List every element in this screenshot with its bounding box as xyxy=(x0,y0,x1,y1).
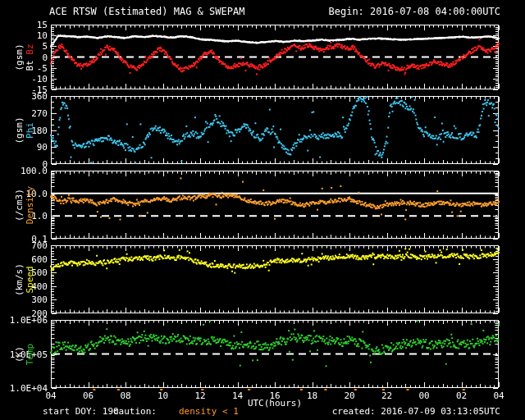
panel-y-axis-title: (km/s)Speed xyxy=(7,245,42,313)
footer-caution-value: density < 1 xyxy=(179,407,239,417)
x-tick-label: 22 xyxy=(375,391,399,400)
x-tick-label: 04 xyxy=(486,391,511,400)
footer-created-timestamp: created: 2016-07-09 03:13:05UTC xyxy=(332,407,500,417)
x-tick-label: 12 xyxy=(188,391,212,400)
panel-ylabel-name: Phi xyxy=(25,96,35,164)
panel-ylabel-unit: (gsm) xyxy=(14,96,25,164)
x-tick-label: 02 xyxy=(450,391,474,400)
x-tick-label: 20 xyxy=(337,391,362,400)
footer-caution-label: caution: xyxy=(113,407,157,417)
x-tick-label: 18 xyxy=(300,391,325,400)
panel-ylabel-unit: (km/s) xyxy=(14,245,25,313)
x-tick-label: 06 xyxy=(76,391,101,400)
x-tick-label: 10 xyxy=(151,391,176,400)
panel-ylabel-unit: (gsm) xyxy=(14,25,25,89)
x-tick-label: 00 xyxy=(412,391,436,400)
panel-ylabel-name: Speed xyxy=(25,245,35,313)
ace-rtsw-swepam-plot: ACE RTSW (Estimated) MAG & SWEPAM Begin:… xyxy=(0,0,525,420)
panel-y-axis-title: (K)Temp xyxy=(7,320,42,388)
panel-y-axis-title: (/cm3)Density xyxy=(7,171,42,239)
panel-ylabel-unit: (/cm3) xyxy=(14,171,25,239)
begin-timestamp: Begin: 2016-07-08 04:00:00UTC xyxy=(328,7,500,16)
x-tick-label: 14 xyxy=(226,391,250,400)
panel-ylabel-name: Density xyxy=(25,171,35,239)
x-tick-label: 04 xyxy=(39,391,63,400)
footer-start-doy: start DOY: 190 xyxy=(43,407,119,417)
panel-ylabel-unit: (K) xyxy=(14,320,25,388)
plot-canvas xyxy=(0,0,525,420)
x-tick-label: 16 xyxy=(262,391,287,400)
page-title: ACE RTSW (Estimated) MAG & SWEPAM xyxy=(49,7,244,16)
panel-ylabel-name: Temp xyxy=(25,320,35,388)
panel-y-axis-title: (gsm)Phi xyxy=(7,96,42,164)
panel-y-axis-title: (gsm)Bt Bz xyxy=(7,25,42,89)
panel-ylabel-name: Bt Bz xyxy=(25,25,35,89)
x-tick-label: 08 xyxy=(113,391,138,400)
